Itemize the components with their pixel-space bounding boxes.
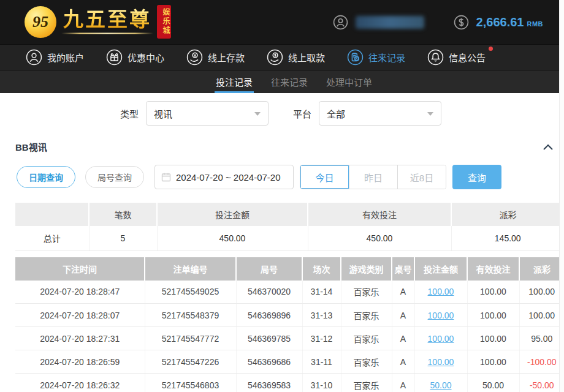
summary-total-payout: 145.00 (451, 226, 564, 251)
username-redacted[interactable] (356, 16, 424, 29)
nav-item-deposit[interactable]: 线上存款 (186, 49, 245, 66)
quick-yesterday-button[interactable]: 昨日 (349, 165, 397, 189)
cell-payout: 100.00 (519, 304, 564, 327)
type-select-value: 视讯 (154, 107, 172, 120)
section-title: BB视讯 (15, 140, 47, 153)
nav-item-promotions[interactable]: 优惠中心 (106, 49, 164, 66)
table-row: 2024-07-20 18:28:47521745549025546370020… (15, 281, 564, 304)
logo-95-icon: 95 (25, 6, 56, 38)
nav-item-withdraw[interactable]: 线上取款 (267, 49, 325, 66)
cell-table-id: A (392, 350, 414, 374)
page-scrollbar[interactable] (559, 0, 564, 392)
platform-select[interactable]: 全部 (319, 101, 441, 126)
gift-icon (106, 49, 123, 66)
type-select[interactable]: 视讯 (146, 101, 269, 126)
quick-date-group: 今日 昨日 近8日 (300, 165, 446, 189)
cell-table-id: A (392, 374, 414, 392)
brand-badge: 娱乐城 (157, 5, 171, 39)
user-avatar-icon (333, 15, 348, 30)
nav-item-my-account[interactable]: 我的账户 (26, 49, 84, 66)
summary-header-valid-bet: 有效投注 (308, 203, 451, 226)
cell-valid-bet: 50.00 (467, 374, 519, 392)
nav-label: 信息公告 (449, 51, 486, 64)
quick-last8days-button[interactable]: 近8日 (397, 165, 446, 189)
round-query-button[interactable]: 局号查询 (85, 166, 144, 188)
cell-bet-amount[interactable]: 100.00 (414, 304, 467, 327)
cell-round-id: 546370020 (236, 281, 302, 304)
summary-header-bet-amount: 投注金额 (157, 203, 308, 226)
platform-filter-label: 平台 (293, 107, 311, 120)
records-icon (347, 49, 364, 66)
cell-valid-bet: 100.00 (467, 304, 519, 327)
summary-total-valid-bet: 450.00 (308, 226, 451, 251)
calendar-icon (161, 172, 171, 182)
nav-label: 优惠中心 (128, 51, 164, 64)
cell-game-type: 百家乐 (341, 350, 392, 374)
header-session: 场次 (302, 257, 341, 281)
tab-bet-records[interactable]: 投注记录 (216, 70, 253, 93)
nav-item-transaction-records[interactable]: 往来记录 (347, 49, 405, 66)
nav-label: 往来记录 (368, 51, 405, 64)
summary-table: 笔数 投注金额 有效投注 派彩 总计 5 450.00 450.00 145.0… (15, 203, 564, 251)
summary-header-row: 笔数 投注金额 有效投注 派彩 (15, 203, 564, 226)
cell-table-id: A (392, 327, 414, 350)
site-logo[interactable]: 95 九五至尊 娱乐城 (25, 5, 171, 39)
cell-valid-bet: 100.00 (467, 281, 519, 304)
table-row: 2024-07-20 18:27:31521745547772546369785… (15, 327, 564, 350)
quick-today-button[interactable]: 今日 (300, 165, 349, 189)
type-filter-label: 类型 (120, 107, 139, 120)
table-row: 2024-07-20 18:26:59521745547226546369686… (15, 350, 564, 374)
bet-records-table: 下注时间 注单编号 局号 场次 游戏类别 桌号 投注金额 有效投注 派彩 202… (15, 257, 564, 392)
platform-select-value: 全部 (327, 107, 345, 120)
cell-bet-amount[interactable]: 100.00 (414, 350, 467, 374)
deposit-icon (186, 49, 203, 66)
cell-bet-time: 2024-07-20 18:26:32 (15, 374, 145, 392)
summary-header-empty (15, 203, 89, 226)
nav-item-announcements[interactable]: 信息公告 (427, 49, 486, 66)
cell-table-id: A (392, 281, 414, 304)
header-round-id: 局号 (236, 257, 302, 281)
brand-flourish-decoration (61, 32, 153, 36)
cell-game-type: 百家乐 (341, 304, 392, 327)
cell-bet-amount[interactable]: 50.00 (414, 374, 467, 392)
main-nav: 我的账户 优惠中心 线上存款 线上取款 往来记录 (0, 44, 564, 70)
bet-table-header-row: 下注时间 注单编号 局号 场次 游戏类别 桌号 投注金额 有效投注 派彩 (15, 257, 564, 281)
collapse-chevron-up-icon[interactable] (543, 143, 554, 151)
cell-payout: 100.00 (519, 281, 564, 304)
header-game-type: 游戏类别 (341, 257, 392, 281)
chevron-down-icon (254, 112, 261, 116)
search-button[interactable]: 查询 (452, 165, 501, 189)
cell-bet-time: 2024-07-20 18:27:31 (15, 327, 145, 350)
date-range-input[interactable]: 2024-07-20 ~ 2024-07-20 (154, 165, 294, 189)
withdraw-icon (267, 49, 283, 66)
balance: 2,666.61 RMB (476, 15, 543, 29)
brand-name: 九五至尊 (63, 9, 151, 31)
summary-total-label: 总计 (15, 226, 89, 251)
top-header: 95 九五至尊 娱乐城 2,666.61 RMB (0, 0, 564, 44)
cell-bet-amount[interactable]: 100.00 (414, 281, 467, 304)
summary-total-count: 5 (89, 226, 157, 251)
cell-payout: 95.00 (519, 327, 564, 350)
summary-header-count: 笔数 (89, 203, 157, 226)
balance-currency: RMB (527, 20, 543, 28)
header-bet-time: 下注时间 (15, 257, 145, 281)
balance-amount: 2,666.61 (476, 15, 524, 29)
cell-bet-time: 2024-07-20 18:28:07 (15, 304, 145, 327)
header-valid-bet: 有效投注 (467, 257, 519, 281)
date-query-button[interactable]: 日期查询 (17, 166, 75, 188)
header-payout: 派彩 (519, 257, 564, 281)
cell-valid-bet: 100.00 (467, 327, 519, 350)
tab-pending-orders[interactable]: 处理中订单 (326, 70, 372, 93)
cell-session: 31-10 (302, 374, 341, 392)
cell-payout: -50.00 (519, 374, 564, 392)
cell-session: 31-13 (302, 304, 341, 327)
cell-bet-amount[interactable]: 100.00 (414, 327, 467, 350)
cell-bet-time: 2024-07-20 18:26:59 (15, 350, 145, 374)
cell-table-id: A (392, 304, 414, 327)
content-area: 类型 视讯 平台 全部 BB视讯 日期查询 局号查询 2024-07-20 ~ … (0, 101, 564, 392)
header-order-id: 注单编号 (145, 257, 236, 281)
bet-table-body: 2024-07-20 18:28:47521745549025546370020… (15, 281, 564, 392)
chevron-down-icon (427, 112, 433, 116)
cell-order-id: 521745547226 (145, 350, 236, 374)
tab-transaction-records[interactable]: 往来记录 (271, 70, 308, 93)
